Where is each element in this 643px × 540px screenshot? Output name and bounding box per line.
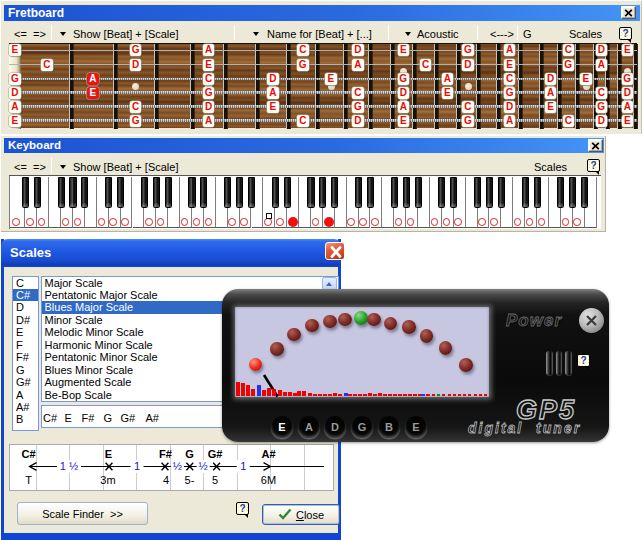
svg-text:1: 1 — [134, 460, 140, 472]
svg-text:1 ½: 1 ½ — [60, 460, 78, 472]
svg-text:1: 1 — [240, 460, 246, 472]
svg-text:½: ½ — [199, 460, 208, 472]
svg-text:½: ½ — [173, 460, 182, 472]
